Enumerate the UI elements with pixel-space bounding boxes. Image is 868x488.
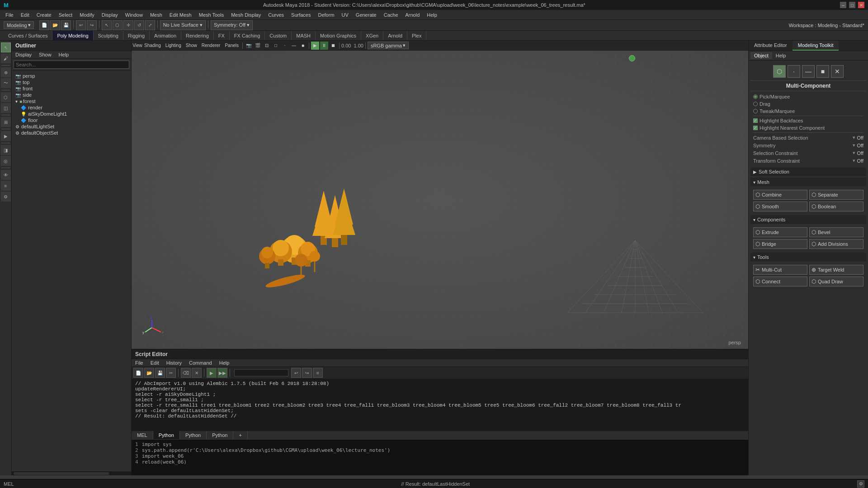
cattab-custom[interactable]: Custom: [265, 31, 292, 40]
cattab-rigging[interactable]: Rigging: [123, 31, 150, 40]
pick-marquee-row[interactable]: Pick/Marquee: [753, 93, 863, 100]
cattab-mash[interactable]: MASH: [292, 31, 316, 40]
scale-tool-button[interactable]: ⤢: [145, 20, 155, 30]
menu-surfaces[interactable]: Surfaces: [288, 10, 314, 19]
bridge-button[interactable]: ⬡ Bridge: [753, 239, 807, 249]
menu-cache[interactable]: Cache: [380, 10, 402, 19]
open-file-button[interactable]: 📂: [50, 20, 60, 30]
menu-window[interactable]: Window: [122, 10, 146, 19]
smooth-button[interactable]: ⬡ Smooth: [753, 202, 807, 211]
menu-edit-mesh[interactable]: Edit Mesh: [166, 10, 195, 19]
close-button[interactable]: ✕: [858, 2, 864, 8]
rp-tab-attribute-editor[interactable]: Attribute Editor: [749, 41, 793, 51]
cattab-polymodeling[interactable]: Poly Modeling: [52, 31, 93, 40]
menu-create[interactable]: Create: [33, 10, 55, 19]
tree-item-floor[interactable]: 🔷 floor: [14, 117, 129, 123]
tree-item-front[interactable]: 📷 front: [14, 85, 129, 92]
gamma-dropdown[interactable]: sRGB gamma ▾: [368, 42, 409, 49]
layer-button[interactable]: ≡: [1, 181, 11, 191]
outliner-scrollbar-h[interactable]: [12, 471, 131, 475]
script-tab-python1[interactable]: Python: [153, 431, 180, 439]
curve-button[interactable]: 〜: [1, 78, 11, 88]
script-open-btn[interactable]: 📂: [144, 368, 154, 378]
snap-button[interactable]: ⊕: [1, 67, 11, 77]
script-exec-btn[interactable]: ▶: [207, 368, 217, 378]
outliner-menu-show[interactable]: Show: [35, 51, 55, 58]
script-input-area[interactable]: 1import sys 2sys.path.append(r'C:\Users\…: [132, 439, 748, 475]
vp-menu-lighting[interactable]: Lighting: [164, 42, 183, 50]
cattab-arnold[interactable]: Arnold: [383, 31, 407, 40]
maximize-button[interactable]: □: [849, 2, 855, 8]
lasso-button[interactable]: ⬡: [113, 20, 123, 30]
cattab-curves[interactable]: Curves / Surfaces: [4, 31, 52, 40]
vp-menu-shading[interactable]: Shading: [142, 42, 163, 50]
highlight-nearest-checkbox[interactable]: ✓: [753, 126, 758, 130]
vp-select-button[interactable]: □: [272, 42, 280, 50]
script-save-btn[interactable]: 💾: [155, 368, 165, 378]
highlight-backfaces-checkbox[interactable]: ✓: [753, 118, 758, 123]
vp-menu-renderer[interactable]: Renderer: [200, 42, 222, 50]
script-clear-input-btn[interactable]: ✕: [192, 368, 202, 378]
menu-file[interactable]: File: [2, 10, 17, 19]
script-menu-edit[interactable]: Edit: [147, 359, 163, 366]
tree-item-forest[interactable]: ▾ ■ forest: [14, 98, 129, 104]
symmetry-row[interactable]: Symmetry ▾ Off: [753, 141, 863, 149]
tree-item-side[interactable]: 📷 side: [14, 92, 129, 98]
cattab-rendering[interactable]: Rendering: [181, 31, 214, 40]
mode-dropdown[interactable]: Modeling ▾: [4, 21, 34, 29]
drag-row[interactable]: Drag: [753, 100, 863, 108]
menu-edit[interactable]: Edit: [17, 10, 33, 19]
vp-vertex-button[interactable]: ·: [281, 42, 289, 50]
highlight-nearest-row[interactable]: ✓ Highlight Nearest Component: [753, 124, 863, 131]
select-mode-button[interactable]: ↖: [1, 42, 11, 52]
script-menu-file[interactable]: File: [132, 359, 147, 366]
vp-film-button[interactable]: 🎬: [254, 42, 262, 50]
script-exec-all-btn[interactable]: ▶▶: [217, 368, 227, 378]
vp-snap-button[interactable]: ⊡: [263, 42, 271, 50]
menu-select[interactable]: Select: [55, 10, 76, 19]
cattab-motiongraphics[interactable]: Motion Graphics: [316, 31, 361, 40]
bevel-button[interactable]: ⬡ Bevel: [809, 227, 863, 237]
rp-tab-modeling-toolkit[interactable]: Modeling Toolkit: [793, 41, 839, 51]
tweak-marquee-row[interactable]: Tweak/Marquee: [753, 108, 863, 115]
menu-display[interactable]: Display: [98, 10, 122, 19]
outliner-menu-display[interactable]: Display: [12, 51, 35, 58]
pick-marquee-radio[interactable]: [753, 94, 758, 99]
components-section-header[interactable]: ▾ Components: [750, 215, 866, 225]
script-tab-python3[interactable]: Python: [207, 431, 233, 439]
script-clear-history-btn[interactable]: ⌫: [181, 368, 191, 378]
tree-item-persp[interactable]: 📷 persp: [14, 73, 129, 79]
no-live-surface-button[interactable]: No Live Surface ▾: [160, 20, 206, 30]
script-menu-history[interactable]: History: [163, 359, 185, 366]
separate-button[interactable]: ⬡ Separate: [809, 190, 863, 200]
vp-camera-button[interactable]: 📷: [245, 42, 253, 50]
cattab-sculpting[interactable]: Sculpting: [94, 31, 123, 40]
script-cut-btn[interactable]: ✂: [166, 368, 176, 378]
poly-button[interactable]: ⬡: [1, 92, 11, 102]
quad-draw-button[interactable]: ⬡ Quad Draw: [809, 277, 863, 286]
tweak-marquee-radio[interactable]: [753, 109, 758, 113]
highlight-backfaces-row[interactable]: ✓ Highlight Backfaces: [753, 117, 863, 124]
tree-item-aisky[interactable]: 💡 aiSkyDomeLight1: [14, 111, 129, 117]
menu-curves[interactable]: Curves: [264, 10, 288, 19]
soft-selection-header[interactable]: ▶ Soft Selection: [750, 167, 866, 177]
extrude-button[interactable]: ⬡ Extrude: [753, 227, 807, 237]
combine-button[interactable]: ⬡ Combine: [753, 190, 807, 200]
menu-mesh-tools[interactable]: Mesh Tools: [195, 10, 227, 19]
vp-menu-show[interactable]: Show: [184, 42, 199, 50]
tree-item-defaultobjectset[interactable]: ⚙ defaultObjectSet: [14, 130, 129, 136]
rp-subtab-help[interactable]: Help: [772, 52, 790, 59]
search-input[interactable]: [14, 61, 129, 69]
redo-button[interactable]: ↪: [87, 20, 97, 30]
camera-based-selection-row[interactable]: Camera Based Selection ▾ Off: [753, 134, 863, 141]
boolean-button[interactable]: ⬡ Boolean: [809, 202, 863, 211]
transform-constraint-row[interactable]: Transform Constraint ▾ Off: [753, 157, 863, 164]
cattab-xgen[interactable]: XGen: [361, 31, 383, 40]
deform-button[interactable]: ⊞: [1, 117, 11, 127]
mode-x[interactable]: ✕: [831, 65, 844, 78]
mode-vertex[interactable]: ·: [788, 65, 800, 78]
drag-radio[interactable]: [753, 102, 758, 106]
connect-button[interactable]: ⬡ Connect: [753, 277, 807, 286]
statusbar-settings-button[interactable]: ⚙: [857, 480, 864, 488]
new-file-button[interactable]: 📄: [39, 20, 49, 30]
